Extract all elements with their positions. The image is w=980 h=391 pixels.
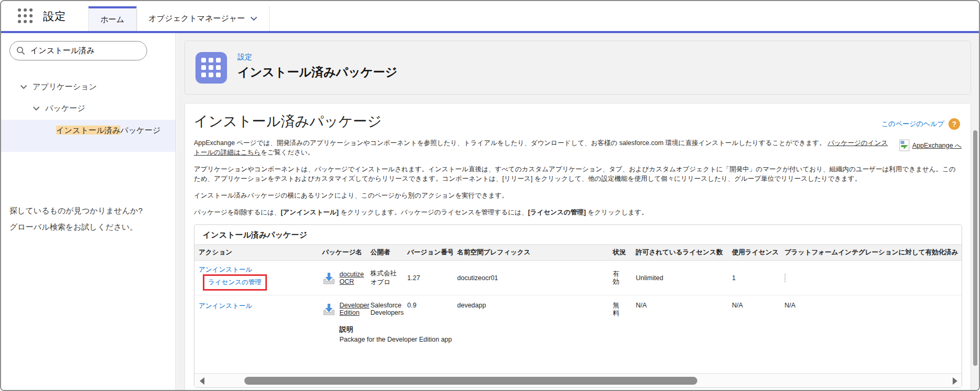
col-namespace: 名前空間プレフィックス <box>453 245 611 261</box>
top-header-bar: 設定 ホーム オブジェクトマネージャー <box>1 1 979 31</box>
version-cell: 1.27 <box>403 261 453 295</box>
page-header-card: 設定 インストール済みパッケージ <box>184 40 971 95</box>
manage-licenses-link[interactable]: ライセンスの管理 <box>208 279 262 286</box>
scroll-right-arrow-icon[interactable] <box>953 377 957 385</box>
page-header-eyebrow: 設定 <box>238 53 252 62</box>
allowed-licenses-cell: N/A <box>632 295 728 373</box>
deploy-paragraph: アプリケーションやコンポーネントは、パッケージでインストールされます。インストー… <box>194 164 962 183</box>
col-allowed-licenses: 許可されているライセンス数 <box>632 245 728 261</box>
publisher-cell: 株式会社オプロ <box>366 261 403 295</box>
col-publisher: 公開者 <box>366 245 403 261</box>
intro-paragraph: AppExchange ページでは、開発済みのアプリケーションやコンポーネントを… <box>194 138 962 157</box>
scroll-left-arrow-icon[interactable] <box>200 377 204 385</box>
table-row-docutize-ocr: アンインストールライセンスの管理 <box>194 261 962 295</box>
appexchange-link[interactable]: AppExchange へ <box>912 141 962 150</box>
col-status: 状況 <box>611 245 632 261</box>
red-highlight-box: ライセンスの管理 <box>203 274 267 291</box>
status-cell: 無料 <box>611 295 632 373</box>
horizontal-scrollbar[interactable] <box>194 373 962 387</box>
quick-find-searchbox[interactable] <box>9 41 147 60</box>
image-placeholder-icon <box>899 139 911 152</box>
used-licenses-cell: 1 <box>728 261 780 295</box>
status-cell: 有効 <box>611 261 632 295</box>
content-heading: インストール済みパッケージ <box>194 112 963 131</box>
actions-cell: アンインストールライセンスの管理 <box>194 261 318 295</box>
allowed-licenses-cell: Unlimited <box>632 261 728 295</box>
tab-object-manager[interactable]: オブジェクトマネージャー <box>137 6 270 31</box>
actions-cell: アンインストール <box>194 295 318 373</box>
vertical-scrollbar-thumb[interactable] <box>973 130 977 366</box>
page-help-link[interactable]: このページのヘルプ <box>882 119 944 129</box>
sidebar-item-packages[interactable]: パッケージ <box>33 104 85 114</box>
setup-nav-tabs: ホーム オブジェクトマネージャー <box>88 6 270 31</box>
search-icon <box>16 46 25 55</box>
tab-home[interactable]: ホーム <box>88 6 137 31</box>
installed-packages-table: アクション パッケージ名 公開者 バージョン番号 名前空間プレフィックス 状況 … <box>194 244 962 373</box>
platform-integration-cell: N/A <box>780 295 962 373</box>
col-platform-integration: プラットフォームインテグレーションに対して有効化済み <box>780 245 962 261</box>
package-download-icon[interactable] <box>322 303 336 343</box>
namespace-cell: docutizeocr01 <box>453 261 611 295</box>
table-row-developer-edition: アンインストール <box>194 295 962 373</box>
setup-app-label: 設定 <box>43 9 66 24</box>
chevron-down-icon <box>250 16 257 21</box>
uninstall-paragraph: パッケージを削除するには、[アンインストール] をクリックします。パッケージのラ… <box>194 208 962 217</box>
vertical-scrollbar[interactable] <box>973 104 978 387</box>
actions-paragraph: インストール済みパッケージの横にあるリンクにより、このページから別のアクションを… <box>194 191 962 200</box>
sidebar-item-installed-packages[interactable]: インストール済みパッケージ <box>1 120 176 152</box>
col-package-name: パッケージ名 <box>318 245 366 261</box>
page-header-title: インストール済みパッケージ <box>238 64 397 80</box>
sidebar-not-found-text: 探しているものが見つかりませんか? グローバル検索をお試しください。 <box>9 202 142 235</box>
installed-packages-table-card: インストール済みパッケージ アクション パッケージ名 公開者 バージョン番号 <box>194 224 962 388</box>
chevron-down-icon[interactable] <box>20 85 27 89</box>
package-name-cell: Developer Edition 説明 Package for the Dev… <box>318 295 366 373</box>
package-description: 説明 Package for the Developer Edition app <box>339 325 513 343</box>
col-version: バージョン番号 <box>403 245 453 261</box>
horizontal-scrollbar-thumb[interactable] <box>244 377 697 385</box>
app-window: 設定 ホーム オブジェクトマネージャー アプリケーション <box>0 0 980 391</box>
col-action: アクション <box>194 245 318 261</box>
help-row: このページのヘルプ ? <box>882 118 960 130</box>
disabled-checkbox <box>785 274 786 282</box>
sidebar-item-applications[interactable]: アプリケーション <box>20 82 97 92</box>
col-used-licenses: 使用ライセンス <box>728 245 780 261</box>
package-name-cell: docutize OCR <box>318 261 366 295</box>
setup-sidebar: アプリケーション パッケージ インストール済みパッケージ 探しているものが見つか… <box>1 33 176 390</box>
help-question-icon[interactable]: ? <box>948 118 960 130</box>
package-download-icon[interactable] <box>322 272 336 285</box>
package-name-link[interactable]: Developer Edition <box>339 302 369 316</box>
quick-find-input[interactable] <box>30 46 136 55</box>
sidebar-item-installed-packages-label: インストール済みパッケージ <box>56 125 171 136</box>
platform-integration-cell <box>780 261 962 295</box>
package-name-link[interactable]: docutize OCR <box>339 271 364 285</box>
setup-grid-icon <box>195 52 227 84</box>
content-card: このページのヘルプ ? インストール済みパッケージ AppExchange へ … <box>184 103 971 391</box>
description-text: Package for the Developer Edition app <box>339 336 513 343</box>
table-header-row: アクション パッケージ名 公開者 バージョン番号 名前空間プレフィックス 状況 … <box>194 245 962 261</box>
main-content-region: 設定 インストール済みパッケージ このページのヘルプ ? インストール済みパッケ… <box>177 33 979 390</box>
appexchange-link-block[interactable]: AppExchange へ <box>899 139 962 152</box>
description-label: 説明 <box>339 325 513 334</box>
table-title: インストール済みパッケージ <box>194 225 962 244</box>
app-launcher-waffle-icon[interactable] <box>18 8 34 24</box>
table-scroll-area: アクション パッケージ名 公開者 バージョン番号 名前空間プレフィックス 状況 … <box>194 244 962 373</box>
used-licenses-cell: N/A <box>728 295 780 373</box>
uninstall-link[interactable]: アンインストール <box>199 266 252 273</box>
uninstall-link[interactable]: アンインストール <box>199 302 252 310</box>
chevron-down-icon[interactable] <box>33 106 40 111</box>
search-match-highlight: インストール済み <box>56 126 120 135</box>
